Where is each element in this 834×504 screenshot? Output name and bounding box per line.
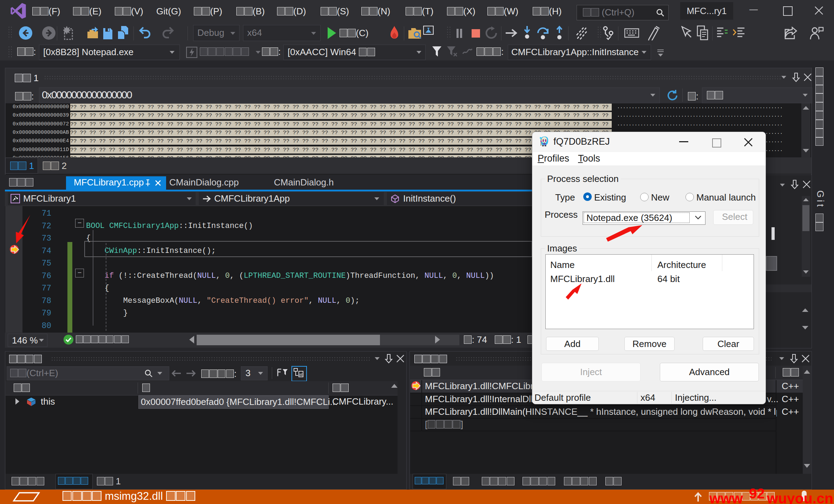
svg-text:ab: ab <box>299 372 303 377</box>
